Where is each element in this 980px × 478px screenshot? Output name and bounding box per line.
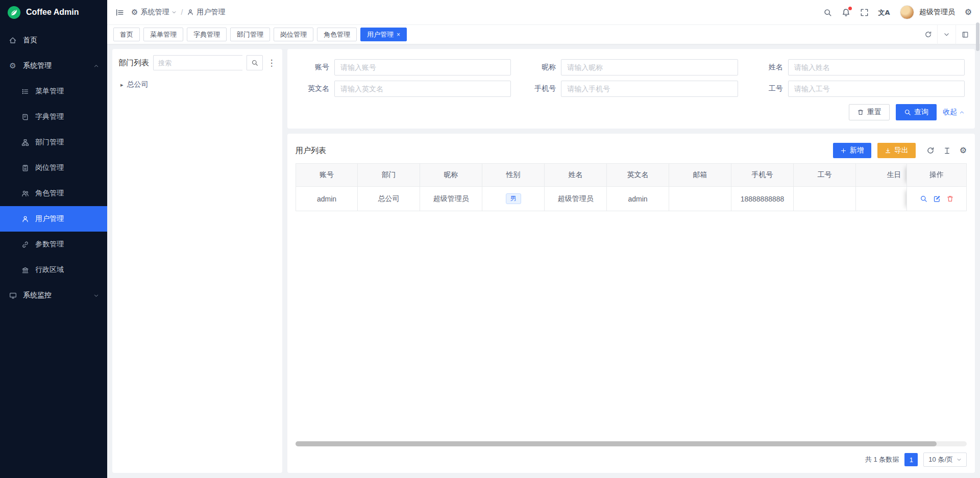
account-input[interactable] xyxy=(334,59,511,76)
department-panel-title: 部门列表 xyxy=(118,58,149,68)
table-row[interactable]: admin 总公司 超级管理员 男 超级管理员 admin 1888888888… xyxy=(296,187,967,211)
sidebar-group-monitor[interactable]: 系统监控 xyxy=(0,283,107,308)
tree-expand-arrow-icon[interactable]: ▸ xyxy=(120,82,124,88)
form-item-job-no: 工号 xyxy=(751,81,965,97)
sidebar-item-dept-mgmt[interactable]: 部门管理 xyxy=(0,130,107,155)
page-size-select[interactable]: 10 条/页 xyxy=(923,452,967,467)
column-header-email: 邮箱 xyxy=(669,163,731,187)
row-height-button[interactable] xyxy=(943,147,951,155)
download-icon xyxy=(885,147,891,154)
sidebar-item-menu-mgmt[interactable]: 菜单管理 xyxy=(0,79,107,104)
page-size-value: 10 条/页 xyxy=(928,455,953,464)
sidebar-item-post-mgmt[interactable]: 岗位管理 xyxy=(0,155,107,181)
translate-icon[interactable]: 文A xyxy=(878,9,890,16)
tab-close-icon[interactable]: × xyxy=(397,32,400,38)
tab-refresh-button[interactable] xyxy=(919,25,937,44)
notifications-button[interactable] xyxy=(842,8,850,17)
tab-dict-mgmt[interactable]: 字典管理 xyxy=(187,28,227,41)
export-button[interactable]: 导出 xyxy=(877,143,916,158)
field-label: 昵称 xyxy=(524,63,561,72)
notification-badge-dot xyxy=(848,7,852,10)
more-options-icon[interactable]: ⋮ xyxy=(267,59,276,67)
delete-row-button[interactable] xyxy=(946,195,954,203)
cell-account: admin xyxy=(296,187,358,211)
collapse-form-link[interactable]: 收起 xyxy=(943,108,965,117)
tab-home[interactable]: 首页 xyxy=(113,28,140,41)
column-header-nickname: 昵称 xyxy=(420,163,482,187)
badge-icon xyxy=(20,164,30,172)
sidebar-submenu-system: 菜单管理 字典管理 部门管理 xyxy=(0,79,107,283)
cell-name: 超级管理员 xyxy=(545,187,607,211)
job-no-input[interactable] xyxy=(788,81,965,97)
edit-row-button[interactable] xyxy=(933,195,941,203)
breadcrumb-item-system[interactable]: ⚙ 系统管理 xyxy=(131,8,177,17)
content-fullscreen-button[interactable] xyxy=(955,25,974,44)
page-number-button[interactable]: 1 xyxy=(904,453,918,466)
main-column: ⚙ 系统管理 / 用户管理 xyxy=(107,0,980,478)
nickname-input[interactable] xyxy=(561,59,738,76)
tab-controls xyxy=(919,25,974,44)
tree-node-head-office[interactable]: ▸ 总公司 xyxy=(118,77,276,92)
department-search-button[interactable] xyxy=(247,55,263,70)
current-username[interactable]: 超级管理员 xyxy=(919,8,955,17)
app-logo[interactable]: Coffee Admin xyxy=(0,0,107,24)
monitor-icon xyxy=(8,292,17,299)
field-label: 账号 xyxy=(298,63,334,72)
sidebar-item-home[interactable]: 首页 xyxy=(0,28,107,53)
cell-en-name: admin xyxy=(607,187,669,211)
sidebar-item-dict-mgmt[interactable]: 字典管理 xyxy=(0,104,107,130)
breadcrumb-item-current[interactable]: 用户管理 xyxy=(187,8,225,17)
department-search-input[interactable] xyxy=(153,55,242,70)
en-name-input[interactable] xyxy=(334,81,511,97)
fullscreen-button[interactable] xyxy=(860,8,869,17)
sidebar-item-role-mgmt[interactable]: 角色管理 xyxy=(0,181,107,206)
department-panel-header: 部门列表 ⋮ xyxy=(118,55,276,70)
page-vertical-scrollbar-thumb[interactable] xyxy=(976,22,979,51)
query-button[interactable]: 查询 xyxy=(896,104,937,120)
sidebar-group-system[interactable]: ⚙ 系统管理 xyxy=(0,53,107,79)
sidebar-collapse-button[interactable] xyxy=(115,8,124,17)
user-avatar[interactable] xyxy=(900,5,914,19)
gender-tag: 男 xyxy=(506,193,521,204)
gear-icon: ⚙ xyxy=(131,9,138,16)
search-icon xyxy=(904,109,911,116)
horizontal-scrollbar[interactable] xyxy=(296,441,967,446)
page-vertical-scrollbar[interactable] xyxy=(976,22,979,476)
row-height-icon xyxy=(943,147,951,155)
sidebar-item-label: 部门管理 xyxy=(35,138,64,147)
sidebar-item-user-mgmt[interactable]: 用户管理 xyxy=(0,206,107,232)
sidebar-item-label: 角色管理 xyxy=(35,189,64,198)
field-label: 姓名 xyxy=(751,63,788,72)
reset-button[interactable]: 重置 xyxy=(849,104,890,120)
horizontal-scrollbar-thumb[interactable] xyxy=(296,441,937,446)
person-icon xyxy=(187,9,194,16)
tab-dept-mgmt[interactable]: 部门管理 xyxy=(230,28,270,41)
field-label: 手机号 xyxy=(524,84,561,93)
department-search xyxy=(153,55,242,70)
tab-label: 用户管理 xyxy=(367,30,394,39)
tab-label: 首页 xyxy=(120,30,133,39)
topbar: ⚙ 系统管理 / 用户管理 xyxy=(107,0,980,24)
tab-role-mgmt[interactable]: 角色管理 xyxy=(317,28,357,41)
column-header-gender: 性别 xyxy=(482,163,545,187)
table-refresh-button[interactable] xyxy=(926,146,935,155)
sidebar-item-param-mgmt[interactable]: 参数管理 xyxy=(0,232,107,257)
export-button-label: 导出 xyxy=(894,146,909,155)
view-row-button[interactable] xyxy=(920,195,927,203)
form-item-en-name: 英文名 xyxy=(298,81,511,97)
app-title: Coffee Admin xyxy=(26,8,79,17)
settings-gear-icon[interactable]: ⚙ xyxy=(965,8,972,16)
department-tree: ▸ 总公司 xyxy=(118,77,276,92)
breadcrumb-label: 系统管理 xyxy=(140,8,169,17)
chevron-down-icon xyxy=(943,31,950,38)
tab-dropdown-button[interactable] xyxy=(937,25,955,44)
global-search-button[interactable] xyxy=(823,8,832,17)
tab-user-mgmt[interactable]: 用户管理 × xyxy=(360,28,407,41)
name-input[interactable] xyxy=(788,59,965,76)
tab-menu-mgmt[interactable]: 菜单管理 xyxy=(143,28,183,41)
sidebar-item-region-mgmt[interactable]: 行政区域 xyxy=(0,257,107,283)
column-settings-gear-icon[interactable]: ⚙ xyxy=(960,146,967,155)
add-user-button[interactable]: 新增 xyxy=(833,143,871,158)
phone-input[interactable] xyxy=(561,81,738,97)
tab-post-mgmt[interactable]: 岗位管理 xyxy=(274,28,313,41)
